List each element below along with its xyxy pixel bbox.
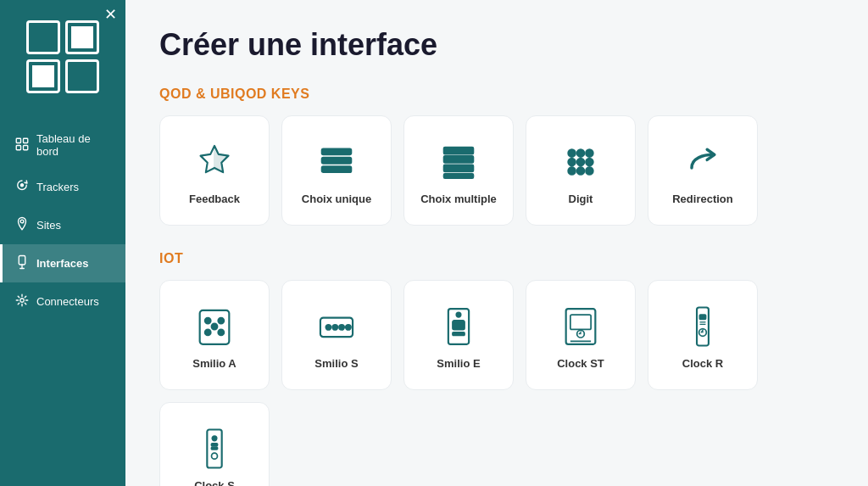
qr-cell-4 [65, 59, 99, 93]
card-label-redirection: Redirection [672, 193, 733, 205]
qr-cell-2 [65, 20, 99, 54]
svg-rect-0 [16, 138, 20, 142]
qr-cell-1 [26, 20, 60, 54]
close-button[interactable]: ✕ [104, 7, 117, 22]
qod-section: QOD & UBIQOD KEYS Feedback [159, 87, 834, 226]
svg-point-21 [568, 167, 576, 175]
svg-rect-51 [212, 443, 218, 445]
svg-rect-13 [444, 165, 474, 171]
svg-point-22 [577, 167, 585, 175]
svg-rect-3 [24, 145, 28, 149]
svg-point-32 [332, 324, 337, 329]
svg-point-16 [577, 149, 585, 157]
svg-point-25 [205, 317, 211, 323]
svg-point-5 [20, 220, 24, 223]
location-icon [14, 216, 30, 234]
svg-rect-52 [212, 447, 218, 450]
card-feedback[interactable]: Feedback [159, 115, 270, 226]
card-label-clock-r: Clock R [682, 357, 723, 370]
sidebar-item-sites[interactable]: Sites [0, 206, 125, 244]
sidebar-item-label-connecteurs: Connecteurs [36, 295, 99, 308]
svg-rect-2 [16, 145, 20, 149]
card-smilio-s[interactable]: Smilio S [281, 280, 392, 390]
page-title: Créer une interface [159, 27, 834, 63]
list-multi-icon [437, 140, 481, 184]
sidebar-item-label-trackers: Trackers [36, 181, 79, 193]
sidebar-item-dashboard[interactable]: Tableau de bord [0, 122, 125, 168]
card-label-feedback: Feedback [189, 193, 240, 205]
card-clock-st[interactable]: Clock ST [526, 280, 636, 390]
qr-cell-3 [26, 59, 60, 93]
qod-section-title: QOD & UBIQOD KEYS [159, 87, 834, 102]
svg-point-28 [218, 329, 224, 335]
list-single-icon [314, 140, 359, 184]
smilio-e-icon [437, 304, 481, 349]
svg-point-4 [21, 184, 24, 187]
qod-cards-row: Feedback Choix unique [159, 115, 834, 226]
card-choix-unique[interactable]: Choix unique [281, 115, 392, 226]
svg-point-18 [568, 158, 576, 165]
card-label-smilio-e: Smilio E [437, 357, 480, 370]
card-label-choix-multiple: Choix multiple [420, 193, 497, 205]
card-label-choix-unique: Choix unique [302, 193, 371, 205]
svg-point-7 [20, 299, 25, 303]
sidebar-item-interfaces[interactable]: Interfaces [0, 244, 125, 282]
clock-s-icon [192, 427, 236, 471]
card-digit[interactable]: Digit [526, 115, 636, 226]
logo [23, 17, 103, 97]
grid-icon [14, 137, 30, 154]
svg-point-50 [212, 436, 216, 440]
iot-section: IOT Smilio A [159, 251, 834, 486]
svg-rect-43 [697, 307, 709, 345]
svg-point-17 [586, 149, 593, 157]
svg-point-31 [326, 324, 331, 329]
card-clock-r[interactable]: Clock R [648, 280, 758, 390]
svg-point-26 [218, 317, 224, 323]
sidebar: ✕ Tableau de bord [0, 0, 125, 486]
sidebar-item-trackers[interactable]: Trackers [0, 168, 125, 206]
svg-rect-14 [444, 173, 474, 177]
svg-point-20 [586, 158, 593, 165]
svg-point-49 [212, 453, 218, 459]
sidebar-nav: Tableau de bord Trackers Sites [0, 122, 125, 321]
svg-point-34 [346, 324, 351, 329]
svg-rect-11 [444, 147, 474, 154]
svg-point-38 [456, 312, 460, 316]
clock-r-icon [681, 304, 725, 349]
sidebar-item-label-dashboard: Tableau de bord [36, 132, 114, 158]
star-icon [192, 140, 236, 184]
card-label-digit: Digit [569, 193, 593, 205]
svg-rect-10 [322, 166, 352, 172]
card-label-clock-s: Clock S [194, 479, 235, 487]
card-label-smilio-a: Smilio A [192, 357, 236, 370]
card-smilio-a[interactable]: Smilio A [159, 280, 270, 390]
grid-dots-icon [559, 140, 603, 184]
svg-rect-6 [19, 256, 25, 265]
svg-rect-9 [322, 157, 352, 163]
main-content: Créer une interface QOD & UBIQOD KEYS Fe… [125, 0, 868, 486]
iot-section-title: IOT [159, 251, 834, 266]
card-label-clock-st: Clock ST [557, 357, 604, 370]
smilio-s-icon [314, 304, 359, 349]
svg-rect-12 [444, 156, 474, 163]
clock-st-icon [559, 304, 603, 349]
svg-rect-40 [570, 315, 591, 329]
svg-rect-36 [453, 321, 465, 329]
sidebar-item-label-sites: Sites [36, 219, 61, 232]
plug-icon [14, 254, 30, 272]
svg-point-19 [577, 158, 585, 165]
svg-point-15 [568, 149, 576, 157]
svg-point-33 [339, 324, 344, 329]
iot-cards-row: Smilio A Smilio S [159, 280, 834, 486]
svg-point-23 [586, 167, 593, 175]
smilio-a-icon [192, 304, 236, 349]
sidebar-item-connecteurs[interactable]: Connecteurs [0, 282, 125, 321]
card-redirection[interactable]: Redirection [648, 115, 758, 226]
card-choix-multiple[interactable]: Choix multiple [403, 115, 514, 226]
hub-icon [14, 293, 30, 310]
card-clock-s[interactable]: Clock S [159, 402, 270, 486]
card-label-smilio-s: Smilio S [314, 357, 358, 370]
card-smilio-e[interactable]: Smilio E [403, 280, 514, 390]
refresh-icon [14, 178, 30, 196]
svg-rect-45 [700, 315, 706, 319]
